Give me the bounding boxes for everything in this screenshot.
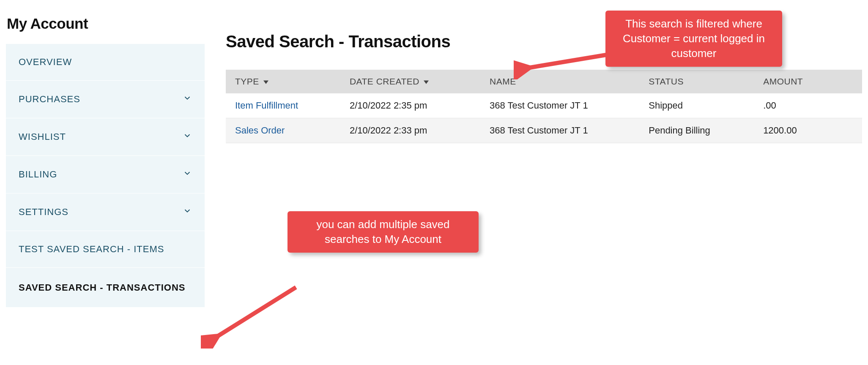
col-status[interactable]: STATUS [639,70,754,93]
annotation-callout-top: This search is filtered where Customer =… [605,11,782,67]
sidebar-item-label: BILLING [19,169,57,180]
type-link[interactable]: Sales Order [235,125,285,136]
table-header-row: TYPE DATE CREATED NAME STATUS AMOUNT [226,70,862,93]
col-label: AMOUNT [763,76,803,86]
sort-desc-icon [424,76,429,87]
col-type[interactable]: TYPE [226,70,340,93]
col-name[interactable]: NAME [480,70,639,93]
annotation-callout-bottom: you can add multiple saved searches to M… [288,211,479,253]
chevron-down-icon [183,206,192,218]
sidebar-item-label: SETTINGS [19,207,68,218]
transactions-table: TYPE DATE CREATED NAME STATUS AMOUNT [226,70,862,143]
sidebar-item-billing[interactable]: BILLING [6,156,205,193]
sidebar-item-saved-search-transactions[interactable]: SAVED SEARCH - TRANSACTIONS [6,268,205,308]
sidebar-item-label: SAVED SEARCH - TRANSACTIONS [19,281,186,294]
sidebar-item-label: PURCHASES [19,94,80,105]
cell-status: Pending Billing [639,118,754,143]
col-label: STATUS [649,76,684,86]
sidebar-item-label: WISHLIST [19,131,66,142]
type-link[interactable]: Item Fulfillment [235,100,298,111]
chevron-down-icon [183,169,192,180]
table-row: Item Fulfillment 2/10/2022 2:35 pm 368 T… [226,93,862,118]
sidebar-nav: OVERVIEW PURCHASES WISHLIST BILLING [6,44,205,308]
col-label: DATE CREATED [350,76,419,86]
cell-amount: 1200.00 [754,118,862,143]
sidebar-item-settings[interactable]: SETTINGS [6,193,205,231]
sidebar-item-wishlist[interactable]: WISHLIST [6,118,205,156]
col-label: NAME [490,76,516,86]
page-title: My Account [6,6,205,44]
cell-name: 368 Test Customer JT 1 [480,118,639,143]
cell-date: 2/10/2022 2:33 pm [340,118,480,143]
sidebar-item-label: OVERVIEW [19,57,72,68]
svg-marker-0 [263,80,268,84]
chevron-down-icon [183,93,192,105]
chevron-down-icon [183,131,192,143]
cell-status: Shipped [639,93,754,118]
table-row: Sales Order 2/10/2022 2:33 pm 368 Test C… [226,118,862,143]
cell-amount: .00 [754,93,862,118]
sidebar-item-test-saved-search-items[interactable]: TEST SAVED SEARCH - ITEMS [6,231,205,268]
sidebar-item-overview[interactable]: OVERVIEW [6,44,205,81]
sort-desc-icon [263,76,268,87]
cell-name: 368 Test Customer JT 1 [480,93,639,118]
cell-date: 2/10/2022 2:35 pm [340,93,480,118]
sidebar-item-label: TEST SAVED SEARCH - ITEMS [19,244,164,255]
col-label: TYPE [235,76,259,86]
sidebar-item-purchases[interactable]: PURCHASES [6,81,205,118]
col-amount[interactable]: AMOUNT [754,70,862,93]
col-date[interactable]: DATE CREATED [340,70,480,93]
svg-marker-1 [424,80,429,84]
